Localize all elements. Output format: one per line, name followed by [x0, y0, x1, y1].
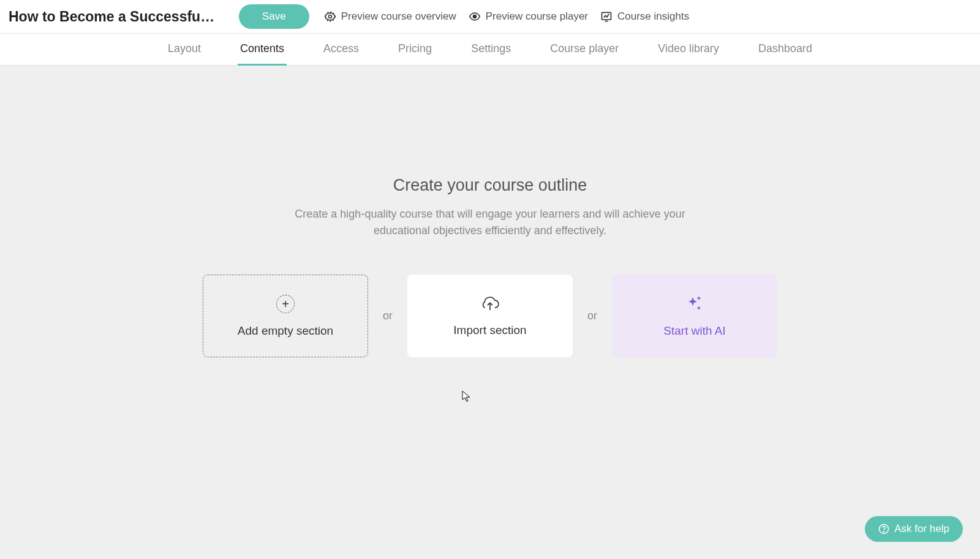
main-heading: Create your course outline	[0, 176, 980, 195]
course-title: How to Become a Successful …	[9, 9, 217, 25]
tab-pricing[interactable]: Pricing	[396, 34, 434, 66]
tab-course-player[interactable]: Course player	[548, 34, 621, 66]
import-section-label: Import section	[453, 324, 526, 337]
main-content: Create your course outline Create a high…	[0, 66, 980, 357]
svg-point-5	[884, 531, 884, 532]
plus-icon: +	[276, 295, 295, 313]
add-empty-label: Add empty section	[238, 324, 333, 338]
preview-player-label: Preview course player	[486, 10, 588, 23]
preview-overview-label: Preview course overview	[341, 10, 456, 23]
sparkles-icon	[685, 295, 704, 313]
start-with-ai-card[interactable]: Start with AI	[612, 275, 777, 357]
save-button[interactable]: Save	[239, 4, 309, 29]
preview-overview-link[interactable]: Preview course overview	[324, 10, 456, 23]
tab-layout[interactable]: Layout	[165, 34, 203, 66]
tab-access[interactable]: Access	[321, 34, 361, 66]
preview-player-link[interactable]: Preview course player	[469, 10, 588, 23]
main-subtext: Create a high-quality course that will e…	[294, 206, 686, 239]
tab-dashboard[interactable]: Dashboard	[756, 34, 815, 66]
ask-for-help-button[interactable]: Ask for help	[865, 516, 963, 542]
course-insights-link[interactable]: Course insights	[600, 10, 689, 23]
header-links: Preview course overview Preview course p…	[324, 10, 689, 23]
option-row: + Add empty section or Import section or…	[0, 275, 980, 357]
eye-icon	[469, 10, 481, 23]
import-section-card[interactable]: Import section	[407, 275, 573, 357]
svg-point-2	[473, 15, 476, 18]
cloud-upload-icon	[480, 295, 500, 313]
help-icon	[878, 523, 889, 534]
course-insights-label: Course insights	[617, 10, 689, 23]
tab-contents[interactable]: Contents	[238, 34, 287, 66]
chart-icon	[600, 10, 612, 23]
tab-video-library[interactable]: Video library	[655, 34, 722, 66]
top-bar: How to Become a Successful … Save Previe…	[0, 0, 980, 34]
tabs-bar: Layout Contents Access Pricing Settings …	[0, 34, 980, 66]
add-empty-section-card[interactable]: + Add empty section	[203, 275, 368, 357]
cursor-icon	[462, 390, 472, 403]
or-separator: or	[587, 310, 597, 322]
start-ai-label: Start with AI	[663, 324, 725, 338]
eye-target-icon	[324, 10, 336, 23]
svg-point-0	[328, 15, 331, 18]
tab-settings[interactable]: Settings	[469, 34, 513, 66]
ask-for-help-label: Ask for help	[894, 523, 949, 535]
or-separator: or	[383, 310, 393, 322]
